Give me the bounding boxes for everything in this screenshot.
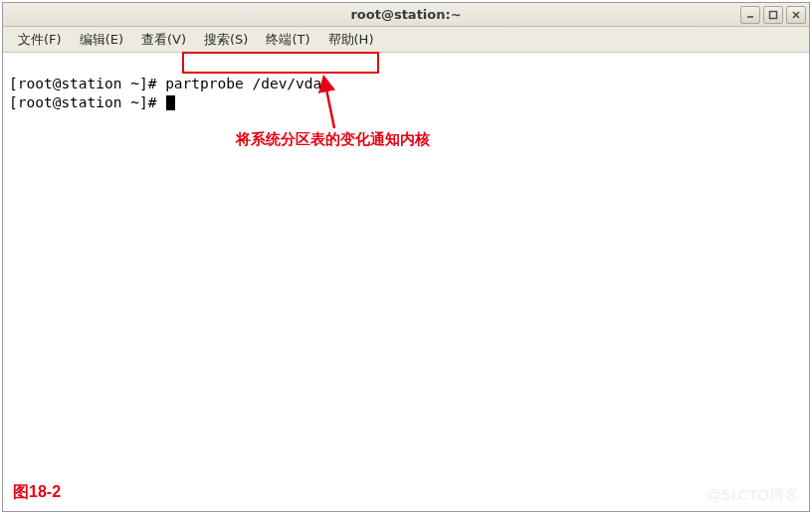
menu-search[interactable]: 搜索(S) (195, 28, 257, 52)
prompt-2: [root@station ~]# (9, 94, 165, 110)
maximize-button[interactable] (763, 6, 783, 24)
titlebar: root@station:~ (3, 3, 809, 27)
menu-view[interactable]: 查看(V) (132, 28, 195, 52)
figure-label: 图18-2 (13, 482, 61, 503)
window-title: root@station:~ (350, 7, 461, 22)
command-1: partprobe /dev/vda (165, 76, 321, 91)
watermark: @51CTO博客 (707, 486, 799, 505)
minimize-button[interactable] (740, 6, 760, 24)
prompt-line-2: [root@station ~]# (9, 94, 175, 110)
terminal-body[interactable]: [root@station ~]# partprobe /dev/vda [ro… (3, 53, 809, 134)
window-controls (740, 6, 806, 24)
menubar: 文件(F) 编辑(E) 查看(V) 搜索(S) 终端(T) 帮助(H) (3, 27, 809, 53)
prompt-1: [root@station ~]# (9, 76, 165, 91)
terminal-window: root@station:~ 文件(F) 编辑(E) 查看(V) 搜索(S) 终… (2, 2, 810, 512)
close-button[interactable] (786, 6, 806, 24)
annotation-text: 将系统分区表的变化通知内核 (236, 130, 430, 149)
svg-rect-1 (770, 12, 777, 19)
menu-file[interactable]: 文件(F) (9, 28, 71, 52)
menu-terminal[interactable]: 终端(T) (257, 28, 318, 52)
menu-edit[interactable]: 编辑(E) (71, 28, 132, 52)
cursor (166, 95, 175, 110)
prompt-line-1: [root@station ~]# partprobe /dev/vda (9, 76, 321, 91)
menu-help[interactable]: 帮助(H) (319, 28, 383, 52)
